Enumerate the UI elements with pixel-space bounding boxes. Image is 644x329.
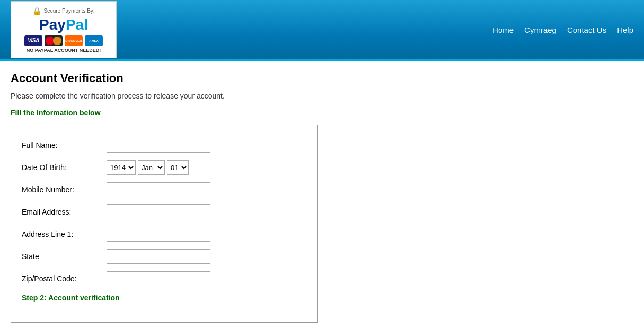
site-header: 🔒 Secure Payments By: PayPal VISA DISCOV… [0,0,644,61]
email-input[interactable] [107,204,210,219]
address-label: Address Line 1: [22,230,107,238]
fill-info-label: Fill the Information below [11,109,625,117]
no-paypal-label: NO PAYPAL ACCOUNT NEEDED! [27,48,101,53]
step2-label: Step 2: Account verification [22,294,307,302]
dob-year-select[interactable]: 1914 1915 1920 1930 1940 1950 1960 1970 … [107,160,136,175]
state-label: State [22,252,107,261]
address-row: Address Line 1: [22,227,307,242]
mobile-label: Mobile Number: [22,185,107,194]
full-name-input[interactable] [107,138,210,153]
dob-row: Date Of Birth: 1914 1915 1920 1930 1940 … [22,160,307,175]
visa-icon: VISA [24,35,42,46]
nav-cymraeg[interactable]: Cymraeg [524,25,557,34]
mobile-row: Mobile Number: [22,182,307,197]
nav-home[interactable]: Home [492,25,514,34]
discover-icon: DISCOVER [65,35,83,46]
address-input[interactable] [107,227,210,242]
page-title: Account Verification [11,72,625,85]
main-content: Account Verification Please complete the… [0,61,636,329]
secure-payments-label: Secure Payments By: [43,8,94,14]
dob-selects: 1914 1915 1920 1930 1940 1950 1960 1970 … [107,160,189,175]
lock-icon: 🔒 [32,7,41,15]
dob-day-select[interactable]: 01 02 03 04 05 06 07 08 09 10 11 12 13 1… [167,160,189,175]
state-row: State [22,249,307,264]
amex-icon: AMEX [85,35,103,46]
zip-label: Zip/Postal Code: [22,274,107,283]
main-nav: Home Cymraeg Contact Us Help [492,25,633,34]
zip-row: Zip/Postal Code: [22,271,307,286]
email-label: Email Address: [22,208,107,216]
paypal-logo-area: 🔒 Secure Payments By: PayPal VISA DISCOV… [11,1,117,58]
nav-contact-us[interactable]: Contact Us [567,25,606,34]
mobile-input[interactable] [107,182,210,197]
nav-help[interactable]: Help [617,25,633,34]
full-name-label: Full Name: [22,141,107,149]
verification-form-box: Full Name: Date Of Birth: 1914 1915 1920… [11,125,318,323]
card-icons-row: VISA DISCOVER AMEX [24,35,103,46]
paypal-wordmark: PayPal [39,16,88,33]
zip-input[interactable] [107,271,210,286]
mastercard-icon [45,35,63,46]
full-name-row: Full Name: [22,138,307,153]
secure-text: 🔒 Secure Payments By: [32,7,94,15]
dob-month-select[interactable]: Jan Feb Mar Apr May Jun Jul Aug Sep Oct … [138,160,165,175]
state-input[interactable] [107,249,210,264]
page-subtitle: Please complete the verification process… [11,92,625,100]
email-row: Email Address: [22,204,307,219]
dob-label: Date Of Birth: [22,163,107,172]
